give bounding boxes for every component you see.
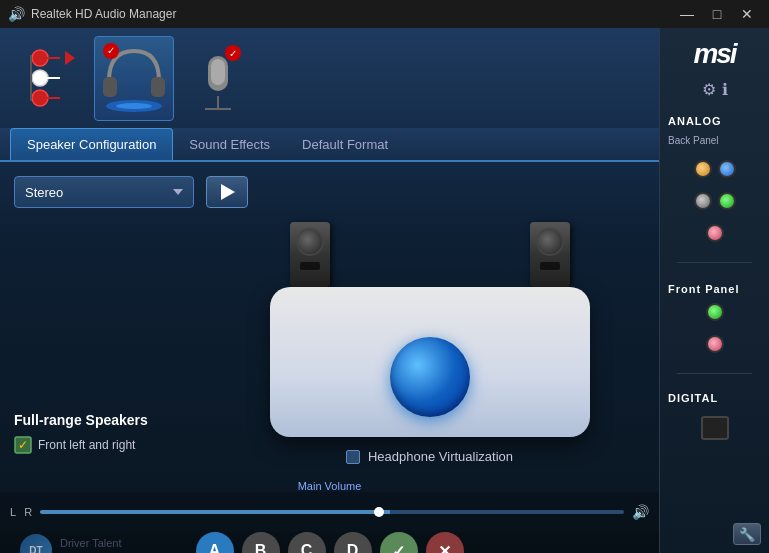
button-c[interactable]: C	[288, 532, 326, 553]
watermark-line1: Driver Talent	[60, 536, 189, 550]
gear-button[interactable]: ⚙	[702, 80, 716, 99]
svg-text:✓: ✓	[229, 48, 237, 59]
front-lr-checkbox-row[interactable]: ✓ Front left and right	[14, 436, 194, 454]
volume-slider-handle[interactable]	[374, 507, 384, 517]
stage-speakers-row	[290, 222, 570, 287]
audio-sphere	[390, 337, 470, 417]
speaker-port-left	[300, 262, 320, 270]
left-info-panel: Full-range Speakers ✓ Front left and rig…	[14, 222, 194, 464]
back-port-green-1[interactable]	[718, 192, 736, 210]
svg-rect-15	[211, 59, 225, 85]
title-bar: 🔊 Realtek HD Audio Manager — □ ✕	[0, 0, 769, 28]
left-channel-label: L	[10, 506, 16, 518]
close-button[interactable]: ✕	[733, 4, 761, 24]
maximize-button[interactable]: □	[703, 4, 731, 24]
dropdown-arrow-icon	[173, 189, 183, 195]
front-lr-checkbox[interactable]: ✓	[14, 436, 32, 454]
tab-speaker-config[interactable]: Speaker Configuration	[10, 128, 173, 160]
watermark-text: Driver Talent For Peak PC Performance	[60, 536, 189, 553]
tab-content: Stereo Full-range Speakers ✓	[0, 162, 659, 478]
microphone-device-icon[interactable]: ✓	[178, 36, 258, 121]
back-port-gray-1[interactable]	[694, 192, 712, 210]
left-speaker-icon	[290, 222, 330, 287]
speaker-cone-left	[296, 228, 324, 256]
play-test-button[interactable]	[206, 176, 248, 208]
panel-divider	[677, 262, 751, 263]
digital-section-title: DIGITAL	[668, 392, 761, 404]
panel-divider-2	[677, 373, 751, 374]
dropdown-value: Stereo	[25, 185, 63, 200]
button-a[interactable]: A	[196, 532, 234, 553]
back-panel-ports-row1	[694, 160, 736, 178]
front-port-green[interactable]	[706, 303, 724, 321]
analog-section-title: ANALOG	[668, 115, 761, 127]
tabs-row: Speaker Configuration Sound Effects Defa…	[0, 128, 659, 162]
front-port-pink[interactable]	[706, 335, 724, 353]
button-b[interactable]: B	[242, 532, 280, 553]
svg-point-11	[116, 103, 152, 109]
speaker-cone-right	[536, 228, 564, 256]
svg-rect-9	[151, 77, 165, 97]
right-channel-label: R	[24, 506, 32, 518]
volume-icon: 🔊	[632, 504, 649, 520]
svg-marker-7	[65, 51, 75, 65]
front-panel-ports-row1	[706, 303, 724, 321]
config-row: Stereo	[14, 176, 645, 208]
right-speaker-icon	[530, 222, 570, 287]
play-triangle-icon	[221, 184, 235, 200]
app-icon: 🔊	[8, 6, 25, 22]
window-controls: — □ ✕	[673, 4, 761, 24]
bottom-toolbar: DT Driver Talent For Peak PC Performance…	[0, 532, 659, 553]
button-check[interactable]: ✓	[380, 532, 418, 553]
back-panel-title: Back Panel	[668, 135, 761, 146]
watermark-logo: DT	[20, 534, 52, 553]
settings-icons-row: ⚙ ℹ	[702, 80, 728, 99]
svg-rect-8	[103, 77, 117, 97]
main-area: ✓ ✓ Speaker Configuratio	[0, 28, 769, 553]
headphone-virtualization-row[interactable]: Headphone Virtualization	[346, 449, 513, 464]
tab-default-format[interactable]: Default Format	[286, 129, 404, 160]
stage-platform	[270, 287, 590, 437]
back-port-pink-1[interactable]	[706, 224, 724, 242]
speaker-port-right	[540, 262, 560, 270]
volume-label: Main Volume	[0, 478, 659, 492]
volume-container: Main Volume L R 🔊	[0, 478, 659, 532]
tab-sound-effects[interactable]: Sound Effects	[173, 129, 286, 160]
headphone-virt-checkbox[interactable]	[346, 450, 360, 464]
front-panel-ports-row2	[706, 335, 724, 353]
device-row: ✓ ✓	[0, 28, 659, 128]
back-port-gold-1[interactable]	[694, 160, 712, 178]
volume-bar: L R 🔊	[0, 492, 659, 532]
visualization-area: Full-range Speakers ✓ Front left and rig…	[14, 222, 645, 464]
window-title: Realtek HD Audio Manager	[31, 7, 673, 21]
speaker-stage: Headphone Virtualization	[214, 222, 645, 464]
right-panel: msi ⚙ ℹ ANALOG Back Panel Front Panel	[659, 28, 769, 553]
button-close2[interactable]: ✕	[426, 532, 464, 553]
wrench-button[interactable]: 🔧	[733, 523, 761, 545]
back-panel-ports-row3	[706, 224, 724, 242]
active-badge: ✓	[103, 43, 119, 59]
front-lr-label: Front left and right	[38, 438, 135, 452]
svg-rect-3	[30, 55, 32, 101]
back-panel-ports-row2	[694, 192, 736, 210]
volume-slider[interactable]	[40, 510, 624, 514]
channel-dropdown[interactable]: Stereo	[14, 176, 194, 208]
speakers-device-icon[interactable]	[10, 36, 90, 121]
front-panel-title: Front Panel	[668, 283, 761, 295]
minimize-button[interactable]: —	[673, 4, 701, 24]
headphone-graphic: ✓	[99, 41, 169, 116]
watermark: DT Driver Talent For Peak PC Performance	[20, 534, 189, 553]
button-d[interactable]: D	[334, 532, 372, 553]
info-button[interactable]: ℹ	[722, 80, 728, 99]
back-port-blue-1[interactable]	[718, 160, 736, 178]
wrench-icon: 🔧	[739, 527, 755, 542]
digital-port[interactable]	[701, 416, 729, 440]
fullrange-speakers-title: Full-range Speakers	[14, 412, 194, 428]
msi-logo: msi	[693, 38, 735, 70]
headphones-device-icon[interactable]: ✓	[94, 36, 174, 121]
svg-text:✓: ✓	[18, 438, 28, 452]
left-panel: ✓ ✓ Speaker Configuratio	[0, 28, 659, 553]
headphone-virt-label: Headphone Virtualization	[368, 449, 513, 464]
